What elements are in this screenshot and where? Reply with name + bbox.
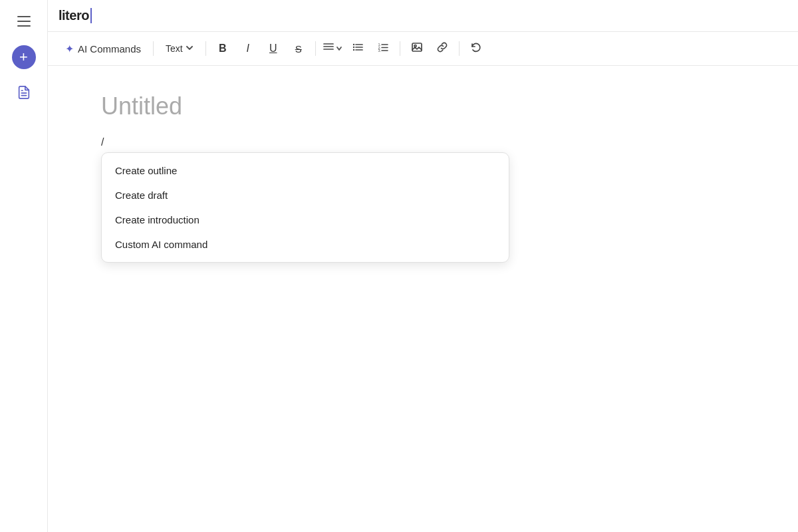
text-dropdown-button[interactable]: Text (159, 39, 200, 58)
bullet-list-button[interactable] (346, 37, 369, 60)
undo-button[interactable] (465, 37, 487, 60)
command-create-draft-label: Create draft (115, 190, 168, 201)
toolbar-divider-2 (205, 41, 206, 56)
top-bar: litero (48, 0, 798, 32)
ordered-list-icon: 1. 2. 3. (377, 41, 389, 56)
editor-area[interactable]: Untitled / Create outline Create draft C… (48, 66, 798, 532)
svg-text:3.: 3. (378, 49, 381, 53)
ai-commands-button[interactable]: ✦ AI Commands (59, 39, 148, 59)
command-create-outline-label: Create outline (115, 165, 177, 176)
bullet-list-icon (352, 41, 364, 56)
strikethrough-button[interactable]: S (287, 37, 310, 60)
chevron-down-icon (186, 43, 194, 54)
bold-button[interactable]: B (211, 37, 234, 60)
svg-point-9 (353, 49, 354, 51)
plus-icon: + (19, 50, 28, 65)
document-title-placeholder[interactable]: Untitled (101, 92, 745, 120)
command-create-draft[interactable]: Create draft (102, 183, 509, 207)
ai-commands-label: AI Commands (78, 43, 141, 55)
strikethrough-icon: S (295, 43, 302, 55)
toolbar: ✦ AI Commands Text B I U S (48, 32, 798, 66)
align-chevron-icon (336, 43, 342, 55)
svg-point-18 (414, 45, 416, 47)
italic-icon: I (247, 43, 249, 55)
toolbar-divider-5 (459, 41, 460, 56)
link-button[interactable] (431, 37, 454, 60)
document-button[interactable] (11, 80, 37, 106)
text-label: Text (166, 43, 183, 54)
bold-icon: B (219, 43, 227, 55)
document-icon (17, 85, 31, 102)
undo-icon (470, 41, 482, 56)
app-title: litero (59, 8, 92, 23)
menu-button[interactable] (11, 8, 37, 35)
link-icon (436, 41, 448, 56)
main-area: litero ✦ AI Commands Text B I U (48, 0, 798, 532)
image-icon (411, 41, 423, 56)
underline-icon: U (269, 43, 277, 55)
editor-cursor-line: / Create outline Create draft Create int… (101, 136, 745, 148)
command-custom-ai[interactable]: Custom AI command (102, 232, 509, 257)
hamburger-line-2 (17, 21, 31, 22)
align-button[interactable] (321, 37, 344, 60)
svg-rect-17 (412, 43, 422, 51)
slash-character: / (101, 136, 104, 148)
hamburger-line-1 (17, 16, 31, 17)
image-button[interactable] (406, 37, 428, 60)
command-custom-ai-label: Custom AI command (115, 239, 207, 250)
sparkle-icon: ✦ (65, 43, 74, 55)
underline-button[interactable]: U (262, 37, 285, 60)
toolbar-divider-3 (315, 41, 316, 56)
svg-point-5 (353, 44, 354, 45)
hamburger-line-3 (17, 25, 31, 27)
svg-point-7 (353, 47, 354, 48)
italic-button[interactable]: I (237, 37, 259, 60)
command-create-outline[interactable]: Create outline (102, 158, 509, 183)
toolbar-divider-4 (400, 41, 400, 56)
command-dropdown: Create outline Create draft Create intro… (101, 152, 509, 263)
add-button[interactable]: + (12, 45, 36, 69)
sidebar: + (0, 0, 48, 532)
command-create-introduction-label: Create introduction (115, 214, 200, 225)
align-icon (323, 41, 334, 56)
toolbar-divider-1 (153, 41, 154, 56)
command-create-introduction[interactable]: Create introduction (102, 207, 509, 232)
ordered-list-button[interactable]: 1. 2. 3. (372, 37, 394, 60)
